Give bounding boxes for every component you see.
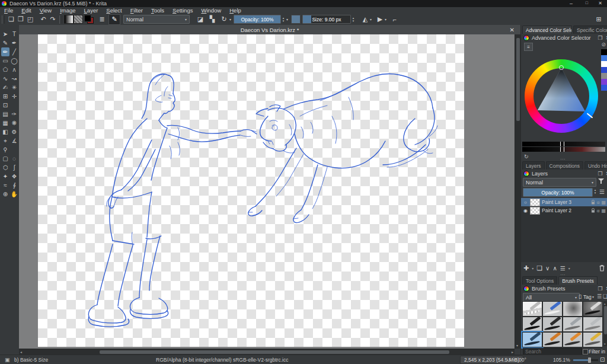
tool-move[interactable]: ✛ — [10, 92, 18, 101]
brush-preset-status-icon[interactable]: ▣ — [5, 357, 10, 363]
redo-button[interactable]: ↷ — [48, 15, 57, 24]
bookmark-icon[interactable]: ❏ — [603, 293, 607, 299]
brush-preview-swatch[interactable] — [291, 15, 301, 24]
chevron-down-icon[interactable]: ▾ — [592, 295, 594, 299]
tool-polygon-select[interactable]: ⬡ — [1, 163, 9, 172]
menu-item[interactable]: Tools — [147, 7, 168, 14]
brush-preset[interactable] — [542, 332, 563, 347]
color-selector-settings-button[interactable]: ≡ — [524, 43, 533, 51]
layers-tab[interactable]: Layers — [522, 161, 545, 170]
color-wheel[interactable] — [525, 59, 598, 133]
layer-filter-icon[interactable] — [598, 178, 604, 184]
pattern-chooser[interactable] — [74, 15, 83, 24]
tool-edit-shapes[interactable]: ✎ — [1, 39, 9, 47]
color-swatch[interactable] — [601, 67, 607, 73]
layers-tab[interactable]: Compositions — [546, 161, 584, 170]
chevron-down-icon[interactable]: ▾ — [385, 17, 386, 21]
tool-gradient[interactable]: ▤ — [1, 110, 9, 119]
color-swatch[interactable] — [601, 55, 607, 61]
maximize-button[interactable]: □ — [586, 1, 588, 5]
brush-preset[interactable] — [583, 301, 603, 317]
mirror-horizontal-button[interactable]: ◭ — [360, 15, 370, 24]
layer-blend-mode-combo[interactable]: Normal ▾ — [523, 178, 596, 187]
color-swatch[interactable] — [601, 61, 607, 67]
menu-item[interactable]: View — [36, 7, 56, 14]
opacity-spinner[interactable]: ▴▾ — [281, 17, 286, 23]
gradient-chooser[interactable] — [64, 15, 74, 24]
inherit-alpha-icon[interactable]: ▦ — [601, 208, 606, 213]
brush-option-slider-button[interactable]: ≣ — [97, 15, 107, 24]
new-document-button[interactable]: ❏ — [7, 15, 16, 24]
tool-calligraphy[interactable]: ✒ — [10, 39, 18, 47]
menu-item[interactable]: Select — [102, 7, 126, 14]
scrollbar-thumb[interactable] — [516, 38, 520, 121]
shade-strip-2[interactable] — [522, 147, 605, 152]
tab-tool-options[interactable]: Tool Options — [522, 276, 557, 285]
duplicate-layer-button[interactable]: ❏ — [536, 264, 542, 272]
chevron-down-icon[interactable]: ▾ — [370, 17, 372, 21]
shade-strip-1[interactable] — [522, 142, 605, 146]
zoom-slider-track[interactable] — [590, 359, 598, 361]
scrollbar-thumb[interactable] — [604, 306, 607, 334]
layer-row[interactable]: ○ Paint Layer 3 α ▦ — [521, 198, 607, 206]
wrap-around-button[interactable]: ⌐ — [390, 15, 400, 24]
add-layer-dropdown-icon[interactable]: ▾ — [532, 266, 533, 270]
[interactable] — [10, 101, 18, 110]
brush-preset[interactable] — [522, 317, 542, 332]
color-swatch[interactable] — [601, 79, 607, 85]
brush-preset[interactable] — [563, 332, 583, 347]
tool-pattern-edit[interactable]: ▦ — [1, 119, 9, 127]
float-docker-icon[interactable]: ❐ — [598, 286, 602, 292]
[interactable] — [10, 145, 18, 154]
chevron-down-icon[interactable]: ▾ — [286, 17, 288, 21]
chevron-down-icon[interactable]: ▾ — [229, 17, 231, 21]
tool-rectangle[interactable]: ▭ — [1, 56, 9, 65]
brush-preset[interactable] — [563, 317, 583, 332]
layer-row[interactable]: ◉ Paint Layer 2 α ▦ — [521, 206, 607, 215]
brush-preset[interactable] — [563, 301, 583, 317]
opacity-slider[interactable]: Opacity: 100% — [234, 15, 281, 24]
preset-filter-combo[interactable]: All ▾ — [523, 293, 580, 302]
menu-item[interactable]: Settings — [168, 7, 197, 14]
tool-transform[interactable]: ⊞ — [1, 92, 9, 101]
tool-enclose-fill[interactable]: ⚙ — [10, 127, 18, 136]
move-layer-up-button[interactable]: ∧ — [552, 265, 557, 272]
tool-measure[interactable]: ∡ — [10, 136, 18, 145]
tool-freehand-brush[interactable]: ✏ — [1, 47, 9, 56]
visibility-toggle-icon[interactable]: ◉ — [523, 208, 528, 213]
scrollbar-thumb[interactable] — [100, 350, 449, 354]
rotation-reset-icon[interactable]: ↺ — [507, 357, 511, 363]
delete-layer-button[interactable] — [599, 264, 605, 272]
scroll-down-icon[interactable]: ▾ — [516, 343, 518, 349]
save-button[interactable]: ◰ — [25, 15, 35, 24]
tool-similar-select[interactable]: ❖ — [10, 172, 18, 181]
inherit-alpha-icon[interactable]: ▦ — [601, 200, 606, 205]
tool-polyline[interactable]: ʌ — [10, 65, 18, 74]
document-tab-bar[interactable]: Daecon Vs Darion.krz * ✕ — [19, 25, 520, 35]
color-swatch[interactable] — [601, 85, 607, 91]
tool-freehand-select[interactable]: ʃ — [10, 163, 18, 172]
layers-tab[interactable]: Undo History — [584, 161, 607, 170]
menu-item[interactable]: Help — [225, 7, 245, 14]
tool-bezier-select[interactable]: ≈ — [1, 181, 9, 190]
toolbar-handle[interactable] — [2, 15, 5, 24]
tool-pan[interactable]: ✋ — [10, 190, 18, 199]
no-color-button[interactable]: ⊘ — [601, 41, 606, 47]
brush-preset[interactable] — [583, 317, 603, 332]
tool-contiguous-select[interactable]: ✦ — [1, 172, 9, 181]
edit-brush-settings-button[interactable]: ✎ — [108, 14, 120, 25]
tag-label[interactable]: Tag — [583, 294, 592, 300]
tool-multibrush[interactable]: ✳ — [10, 83, 18, 92]
tab-advanced-color-selector[interactable]: Advanced Color Sele... — [522, 25, 572, 34]
tool-assistants[interactable]: ⌖ — [1, 136, 9, 145]
float-docker-icon[interactable]: ❐ — [598, 171, 602, 177]
zoom-slider-thumb[interactable] — [588, 357, 591, 363]
undo-button[interactable]: ↶ — [39, 15, 48, 24]
layer-thumbnail[interactable] — [530, 199, 540, 206]
layer-opacity-slider[interactable]: Opacity: 100% — [523, 188, 593, 197]
menu-item[interactable]: File — [0, 7, 17, 14]
fit-to-screen-icon[interactable]: ⊡ — [600, 356, 605, 363]
tool-select-shapes[interactable]: ➤ — [1, 30, 9, 39]
brush-preset[interactable] — [542, 301, 563, 317]
open-document-button[interactable]: ❒ — [16, 15, 25, 24]
